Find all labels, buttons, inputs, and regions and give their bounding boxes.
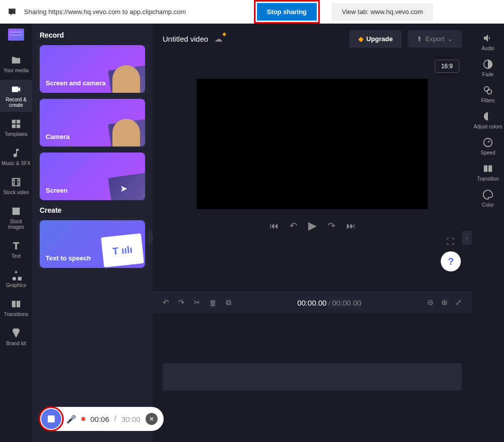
timeline-toolbar: ↶ ↷ ✂ 🗑 ⧉ 00:00.00 / 00:00.00 ⊖ ⊕ ⤢ <box>153 292 472 313</box>
sharing-text: Sharing https://www.hq.vevo.com to app.c… <box>24 8 186 16</box>
play-icon[interactable]: ▶ <box>308 219 317 232</box>
redo-icon[interactable]: ↷ <box>178 298 185 307</box>
editor-header: Untitled video ☁◆ ◆Upgrade ⬆Export⌄ <box>153 24 472 54</box>
right-transition[interactable]: Transition <box>477 163 499 182</box>
nav-transitions[interactable]: Transitions <box>0 294 32 321</box>
create-section-title: Create <box>40 206 145 214</box>
scissors-icon[interactable]: ✂ <box>194 298 200 307</box>
fit-icon[interactable]: ⤢ <box>455 298 462 307</box>
timeline-track[interactable] <box>163 363 462 391</box>
close-recording-button[interactable]: ✕ <box>146 413 158 425</box>
duplicate-icon[interactable]: ⧉ <box>226 298 231 307</box>
view-tab-button[interactable]: View tab: www.hq.vevo.com <box>332 3 433 21</box>
card-text-to-speech[interactable]: T ıılıText to speech <box>40 220 145 268</box>
stop-recording-button[interactable] <box>41 409 61 429</box>
right-audio[interactable]: Audio <box>481 33 494 51</box>
zoom-out-icon[interactable]: ⊖ <box>427 298 434 307</box>
recording-widget: 🎤 00:06 / 30:00 ✕ <box>39 407 164 431</box>
upload-icon: ⬆ <box>417 35 422 43</box>
right-nav: Audio Fade Filters Adjust colors Speed T… <box>472 24 504 442</box>
upgrade-button[interactable]: ◆Upgrade <box>349 30 402 48</box>
preview-area: 16:9 ⏮ ↶ ▶ ↷ ⏭ ⛶ ? <box>153 54 472 291</box>
skip-start-icon[interactable]: ⏮ <box>270 221 279 231</box>
record-section-title: Record <box>40 31 145 39</box>
main-area: Untitled video ☁◆ ◆Upgrade ⬆Export⌄ 16:9… <box>153 24 472 442</box>
timeline: ↶ ↷ ✂ 🗑 ⧉ 00:00.00 / 00:00.00 ⊖ ⊕ ⤢ <box>153 291 472 442</box>
premium-badge-icon: ◆ <box>222 31 226 37</box>
recording-elapsed: 00:06 <box>90 415 109 423</box>
nav-brand-kit[interactable]: Brand kit <box>0 324 32 350</box>
nav-stock-video[interactable]: Stock video <box>0 173 32 199</box>
rewind-icon[interactable]: ↶ <box>290 220 297 231</box>
share-icon <box>5 5 19 19</box>
right-fade[interactable]: Fade <box>482 59 494 77</box>
app-logo[interactable] <box>8 29 24 41</box>
stop-sharing-button[interactable]: Stop sharing <box>257 3 317 21</box>
right-color[interactable]: Color <box>482 189 494 208</box>
undo-icon[interactable]: ↶ <box>163 298 169 307</box>
timeline-time: 00:00.00 / 00:00.00 <box>297 299 361 307</box>
video-preview[interactable] <box>197 79 428 209</box>
side-panel: Record Screen and camera Camera ➤Screen … <box>32 24 153 442</box>
fullscreen-icon[interactable]: ⛶ <box>446 237 454 246</box>
nav-stock-images[interactable]: Stock images <box>0 202 32 234</box>
help-button[interactable]: ? <box>441 251 461 271</box>
export-button[interactable]: ⬆Export⌄ <box>408 30 462 48</box>
card-screen-and-camera[interactable]: Screen and camera <box>40 45 145 93</box>
right-filters[interactable]: Filters <box>481 85 494 103</box>
sharing-bar: Sharing https://www.hq.vevo.com to app.c… <box>0 0 504 24</box>
mic-muted-icon[interactable]: 🎤 <box>66 414 76 424</box>
zoom-in-icon[interactable]: ⊕ <box>441 298 448 307</box>
left-nav: Your media Record & create Templates Mus… <box>0 24 32 442</box>
nav-text[interactable]: Text <box>0 236 32 263</box>
nav-record-create[interactable]: Record & create <box>0 80 32 112</box>
chevron-down-icon: ⌄ <box>447 35 453 43</box>
trash-icon[interactable]: 🗑 <box>209 299 217 307</box>
card-screen[interactable]: ➤Screen <box>40 153 145 200</box>
right-adjust-colors[interactable]: Adjust colors <box>473 111 502 129</box>
svg-point-2 <box>487 89 491 94</box>
nav-music-sfx[interactable]: Music & SFX <box>0 143 32 170</box>
project-title[interactable]: Untitled video <box>163 35 208 43</box>
collapse-right-button[interactable]: › <box>462 231 472 245</box>
recording-indicator-icon <box>81 417 85 421</box>
aspect-ratio-button[interactable]: 16:9 <box>435 60 459 73</box>
skip-end-icon[interactable]: ⏭ <box>346 221 355 231</box>
cloud-sync-icon[interactable]: ☁◆ <box>214 34 222 44</box>
forward-icon[interactable]: ↷ <box>328 220 335 231</box>
nav-your-media[interactable]: Your media <box>0 51 32 77</box>
nav-graphics[interactable]: Graphics <box>0 265 32 292</box>
svg-point-1 <box>484 87 489 91</box>
cursor-icon: ➤ <box>120 183 128 194</box>
card-camera[interactable]: Camera <box>40 99 145 146</box>
diamond-icon: ◆ <box>358 35 363 43</box>
nav-templates[interactable]: Templates <box>0 114 32 141</box>
recording-max: 30:00 <box>121 415 141 423</box>
right-speed[interactable]: Speed <box>481 137 495 156</box>
playback-controls: ⏮ ↶ ▶ ↷ ⏭ <box>270 219 355 232</box>
